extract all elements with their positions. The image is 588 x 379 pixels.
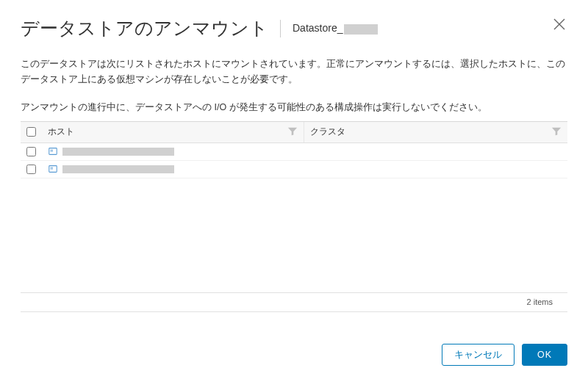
close-button[interactable] — [553, 18, 566, 34]
column-header-cluster[interactable]: クラスタ — [304, 122, 567, 142]
filter-icon — [551, 126, 562, 137]
column-header-host[interactable]: ホスト — [42, 122, 305, 142]
column-header-host-label: ホスト — [48, 126, 74, 138]
host-icon — [48, 146, 58, 156]
datastore-name-redacted — [344, 24, 378, 35]
description-primary: このデータストアは次にリストされたホストにマウントされています。正常にアンマウン… — [21, 57, 567, 88]
dialog-header: データストアのアンマウント Datastore_ — [21, 16, 567, 40]
row-check-cell — [21, 162, 42, 176]
datastore-prefix: Datastore_ — [293, 22, 343, 34]
row-host-cell — [42, 146, 305, 156]
row-checkbox[interactable] — [26, 165, 36, 174]
select-all-cell — [21, 122, 42, 142]
hosts-grid: ホスト クラスタ — [21, 121, 567, 312]
table-row[interactable] — [21, 143, 567, 161]
description-warning: アンマウントの進行中に、データストアへの I/O が発生する可能性のある構成操作… — [21, 100, 567, 115]
column-header-cluster-label: クラスタ — [310, 126, 345, 138]
grid-footer: 2 items — [21, 293, 567, 312]
grid-header-row: ホスト クラスタ — [21, 122, 567, 143]
items-count: 2 items — [527, 297, 553, 306]
filter-icon — [287, 126, 298, 137]
dialog-title: データストアのアンマウント — [21, 16, 268, 40]
select-all-checkbox[interactable] — [26, 127, 36, 137]
unmount-datastore-dialog: データストアのアンマウント Datastore_ このデータストアは次にリストさ… — [0, 0, 588, 379]
title-divider — [280, 20, 281, 37]
close-icon — [553, 18, 566, 31]
grid-body[interactable] — [21, 143, 567, 293]
host-name-redacted — [62, 148, 174, 156]
row-host-cell — [42, 164, 305, 174]
host-icon — [48, 164, 58, 174]
row-check-cell — [21, 145, 42, 159]
cancel-button[interactable]: キャンセル — [442, 344, 514, 366]
row-checkbox[interactable] — [26, 147, 36, 156]
filter-cluster-button[interactable] — [551, 126, 562, 137]
ok-button[interactable]: OK — [522, 344, 567, 366]
table-row[interactable] — [21, 161, 567, 178]
dialog-buttons: キャンセル OK — [442, 344, 567, 366]
filter-host-button[interactable] — [287, 126, 298, 137]
host-name-redacted — [62, 165, 174, 173]
datastore-name: Datastore_ — [293, 22, 378, 34]
